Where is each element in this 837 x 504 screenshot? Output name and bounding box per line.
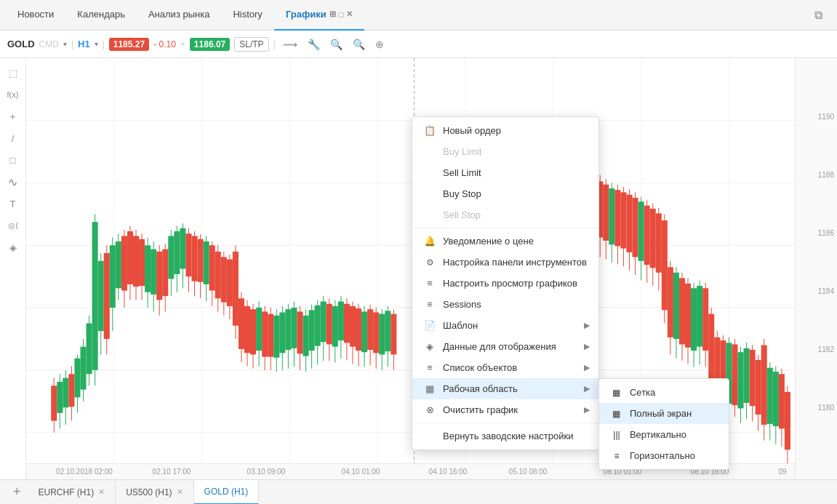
- left-toolbar: ⬚ f(x) + / □ ∿ T ◎⟨ ◈: [0, 58, 26, 479]
- svg-rect-70: [209, 245, 215, 290]
- y-label-3: 1186: [818, 229, 834, 237]
- svg-rect-50: [151, 249, 156, 295]
- rect-tool[interactable]: □: [3, 151, 23, 169]
- trend-icon[interactable]: ⟿: [280, 37, 300, 52]
- svg-rect-104: [309, 310, 315, 351]
- menu-sessions[interactable]: ≡ Sessions: [412, 294, 598, 315]
- svg-rect-116: [344, 304, 350, 343]
- svg-rect-34: [104, 253, 110, 339]
- tab-tile-icon[interactable]: ⊞: [329, 9, 336, 19]
- context-menu: 📋 Новый ордер Buy Limit Sell Limit Buy S…: [412, 116, 599, 450]
- menu-workspace[interactable]: ▦ Рабочая область ▶ ▦ Сетка ▦ Полный экр…: [412, 378, 598, 399]
- svg-rect-196: [761, 345, 767, 425]
- svg-rect-176: [702, 288, 708, 351]
- svg-rect-126: [373, 313, 379, 353]
- svg-rect-122: [361, 311, 367, 352]
- bottom-tab-gold[interactable]: GOLD (H1): [194, 480, 260, 505]
- menu-display-data[interactable]: ◈ Данные для отображения ▶: [412, 336, 598, 357]
- svg-rect-64: [192, 236, 198, 281]
- template-icon: 📄: [424, 320, 436, 331]
- svg-rect-78: [233, 252, 239, 326]
- symbol-dropdown[interactable]: ▾: [63, 40, 67, 48]
- zoom-in-icon[interactable]: 🔍: [350, 37, 368, 52]
- svg-rect-146: [614, 190, 620, 246]
- svg-rect-18: [57, 382, 63, 413]
- nav-tab-analysis[interactable]: Анализ рынка: [137, 0, 221, 31]
- svg-rect-204: [785, 392, 790, 449]
- menu-toolbar-settings[interactable]: ⚙ Настройка панели инструментов: [412, 252, 598, 273]
- nav-tab-grafiki[interactable]: Графики ⊞ □ ✕: [274, 0, 365, 31]
- svg-rect-130: [385, 311, 391, 351]
- bottom-tab-eurchf[interactable]: EURCHF (H1) ✕: [28, 480, 116, 505]
- bottom-tab-us500[interactable]: US500 (H1) ✕: [116, 480, 193, 505]
- svg-rect-68: [204, 241, 209, 284]
- objects-list-arrow: ▶: [584, 363, 590, 372]
- crosshair-icon[interactable]: ⊕: [372, 37, 387, 52]
- svg-rect-152: [633, 198, 638, 257]
- menu-buy-stop[interactable]: Buy Stop: [412, 183, 598, 204]
- submenu-horizontal[interactable]: ≡ Горизонтально: [599, 445, 729, 466]
- svg-rect-38: [116, 241, 121, 288]
- svg-rect-16: [51, 385, 57, 420]
- menu-buy-limit: Buy Limit: [412, 141, 598, 162]
- svg-rect-30: [92, 222, 98, 370]
- fx-tool[interactable]: f(x): [3, 86, 23, 103]
- menu-new-order[interactable]: 📋 Новый ордер: [412, 120, 598, 141]
- line-tool[interactable]: /: [3, 129, 23, 147]
- svg-rect-114: [338, 302, 344, 341]
- submenu-fullscreen[interactable]: ▦ Полный экран: [599, 403, 729, 424]
- svg-rect-202: [779, 374, 785, 428]
- svg-rect-94: [279, 313, 285, 353]
- menu-objects-list[interactable]: ≡ Список объектов ▶: [412, 357, 598, 378]
- indicators-icon[interactable]: 🔧: [305, 37, 323, 52]
- menu-template[interactable]: 📄 Шаблон ▶: [412, 315, 598, 336]
- nav-tab-novosti[interactable]: Новости: [6, 0, 65, 31]
- bell-icon: 🔔: [424, 236, 436, 247]
- settings-icon: ⚙: [424, 257, 436, 268]
- y-axis: 1190 1188 1186 1184 1182 1180: [795, 58, 837, 479]
- menu-factory-reset[interactable]: Вернуть заводские настройки: [412, 425, 598, 447]
- svg-rect-186: [732, 345, 737, 406]
- svg-rect-58: [174, 231, 180, 274]
- svg-rect-20: [63, 378, 68, 408]
- chart-canvas[interactable]: 📋 Новый ордер Buy Limit Sell Limit Buy S…: [26, 58, 795, 479]
- submenu-vertical[interactable]: ||| Вертикально: [599, 424, 729, 445]
- svg-rect-154: [638, 201, 644, 260]
- chart-settings-icon: ≡: [424, 278, 436, 289]
- symbol-label: GOLD: [7, 39, 35, 49]
- svg-rect-150: [626, 195, 632, 252]
- zoom-out-icon[interactable]: 🔍: [327, 37, 345, 52]
- menu-chart-view[interactable]: ≡ Настроить просмотр графиков: [412, 273, 598, 294]
- wave-tool[interactable]: ∿: [3, 173, 23, 191]
- menu-sell-stop: Sell Stop: [412, 204, 598, 225]
- tf-dropdown[interactable]: ▾: [95, 40, 98, 48]
- sl-tp-button[interactable]: SL/TP: [234, 37, 268, 52]
- cursor-tool[interactable]: ⬚: [3, 64, 23, 81]
- text-tool[interactable]: T: [3, 195, 23, 212]
- gann-tool[interactable]: ◎⟨: [3, 217, 23, 234]
- layers-tool[interactable]: ◈: [3, 239, 23, 256]
- y-label-2: 1188: [818, 171, 834, 179]
- menu-price-alert[interactable]: 🔔 Уведомление о цене: [412, 231, 598, 252]
- menu-clear-chart[interactable]: ⊗ Очистить график ▶: [412, 399, 598, 420]
- menu-sell-limit[interactable]: Sell Limit: [412, 162, 598, 183]
- workspace-arrow: ▶: [584, 384, 590, 393]
- timeframe-label[interactable]: H1: [78, 39, 90, 49]
- tab-close-icon[interactable]: ✕: [346, 9, 353, 19]
- svg-rect-142: [603, 185, 609, 241]
- svg-rect-190: [744, 348, 750, 403]
- tab-window-icon[interactable]: □: [339, 10, 344, 19]
- crosshair-tool[interactable]: +: [3, 108, 23, 125]
- maximize-icon[interactable]: ⧉: [814, 9, 822, 21]
- nav-tab-history[interactable]: History: [221, 0, 273, 31]
- nav-tab-calendar[interactable]: Календарь: [65, 0, 137, 31]
- svg-rect-84: [250, 309, 256, 354]
- svg-rect-48: [145, 245, 151, 292]
- eurchf-tab-close[interactable]: ✕: [98, 487, 105, 497]
- submenu-grid[interactable]: ▦ Сетка: [599, 382, 729, 403]
- svg-rect-200: [773, 372, 779, 426]
- us500-tab-close[interactable]: ✕: [177, 487, 183, 497]
- add-chart-button[interactable]: +: [6, 480, 28, 505]
- svg-rect-102: [303, 316, 309, 356]
- svg-rect-194: [756, 360, 761, 415]
